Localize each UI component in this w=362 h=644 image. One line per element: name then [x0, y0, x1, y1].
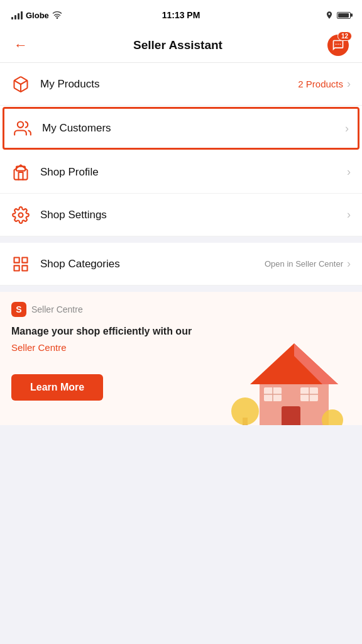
- shop-categories-label: Shop Categories: [40, 258, 120, 270]
- svg-rect-10: [22, 265, 27, 270]
- seller-centre-title: Seller Centre: [31, 304, 83, 314]
- shop-settings-label: Shop Settings: [40, 209, 107, 221]
- svg-point-0: [336, 43, 337, 45]
- wifi-icon: [52, 11, 62, 19]
- shop-categories-section: Shop Categories Open in Seller Center ›: [0, 243, 362, 286]
- message-icon: [332, 39, 344, 52]
- section-divider-2: [0, 286, 362, 292]
- svg-rect-8: [22, 257, 27, 262]
- svg-point-22: [231, 397, 259, 425]
- seller-centre-header: S Seller Centre: [11, 302, 351, 317]
- gear-icon: [11, 206, 30, 225]
- status-bar: Globe 11:13 PM: [0, 0, 362, 28]
- svg-rect-7: [14, 257, 19, 262]
- chat-button[interactable]: 12: [326, 33, 351, 58]
- seller-centre-description: Manage your shop efficiently with our: [11, 325, 219, 338]
- battery-icon: [337, 12, 351, 19]
- my-products-label: My Products: [40, 78, 99, 91]
- status-carrier: Globe: [11, 11, 62, 20]
- grid-icon: [11, 255, 30, 274]
- status-time: 11:13 PM: [162, 10, 200, 20]
- customers-icon: [13, 119, 32, 138]
- menu-section: My Products 2 Products › My Customers ›: [0, 63, 362, 236]
- svg-rect-14: [282, 406, 300, 425]
- svg-point-4: [18, 122, 23, 128]
- chevron-icon: ›: [347, 208, 351, 221]
- chevron-icon: ›: [345, 122, 349, 135]
- box-icon: [11, 75, 30, 94]
- shop-settings-item[interactable]: Shop Settings ›: [0, 194, 362, 236]
- my-customers-item[interactable]: My Customers ›: [3, 107, 359, 150]
- chevron-icon: ›: [347, 77, 351, 91]
- svg-rect-5: [16, 166, 25, 170]
- seller-centre-text-area: Manage your shop efficiently with our Se…: [11, 325, 225, 413]
- page-title: Seller Assistant: [133, 38, 222, 52]
- section-divider: [0, 236, 362, 243]
- status-icons: [325, 11, 351, 19]
- shop-profile-label: Shop Profile: [40, 166, 99, 179]
- my-customers-label: My Customers: [42, 122, 111, 135]
- back-button[interactable]: ←: [11, 35, 30, 56]
- location-icon: [325, 11, 334, 19]
- seller-centre-link[interactable]: Seller Centre: [11, 342, 219, 353]
- shopee-logo: S: [11, 302, 26, 317]
- house-illustration: [225, 325, 351, 425]
- shop-profile-item[interactable]: Shop Profile ›: [0, 151, 362, 194]
- my-products-item[interactable]: My Products 2 Products ›: [0, 63, 362, 106]
- shop-categories-item[interactable]: Shop Categories Open in Seller Center ›: [0, 243, 362, 286]
- open-seller-center-text: Open in Seller Center: [265, 259, 343, 269]
- chat-badge: 12: [337, 31, 352, 41]
- svg-point-6: [19, 213, 23, 217]
- svg-point-1: [337, 43, 339, 45]
- bottom-area: [0, 425, 362, 551]
- svg-rect-9: [14, 265, 19, 270]
- svg-point-2: [340, 43, 341, 45]
- learn-more-button[interactable]: Learn More: [11, 374, 103, 401]
- seller-centre-body: Manage your shop efficiently with our Se…: [11, 325, 351, 425]
- shop-icon: [11, 163, 30, 182]
- products-count: 2 Products: [298, 79, 343, 89]
- seller-centre-card: S Seller Centre Manage your shop efficie…: [0, 292, 362, 425]
- chevron-icon: ›: [347, 257, 351, 270]
- signal-icon: [11, 11, 23, 19]
- nav-bar: ← Seller Assistant 12: [0, 28, 362, 63]
- chevron-icon: ›: [347, 165, 351, 179]
